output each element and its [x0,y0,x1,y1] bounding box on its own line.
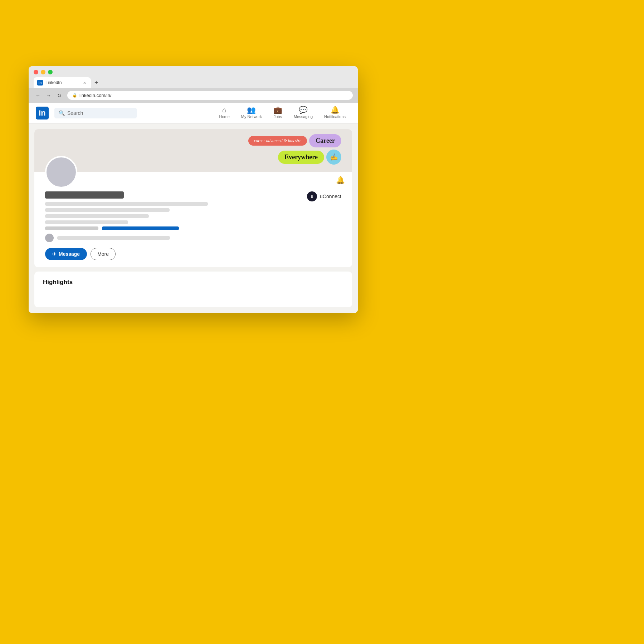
badge-row-bottom: Everywhere ✍ [278,150,341,165]
traffic-lights [34,70,353,74]
profile-bell-icon[interactable]: 🔔 [336,176,345,184]
traffic-light-yellow[interactable] [41,70,45,74]
skeleton-line-2 [45,208,170,212]
profile-meta-row [45,226,341,230]
profile-cover: career advanced & has stre Career Everyw… [34,129,352,172]
nav-item-home[interactable]: ⌂ Home [214,103,234,122]
skeleton-line-4 [45,220,128,224]
nav-item-notifications[interactable]: 🔔 Notifications [319,103,351,122]
profile-actions: ✈ Message More [45,248,341,260]
tab-favicon: in [37,80,43,86]
nav-item-messaging[interactable]: 💬 Messaging [289,103,318,122]
tab-close-button[interactable]: × [83,80,86,86]
browser-chrome: in LinkedIn × + [29,66,358,88]
message-button[interactable]: ✈ Message [45,248,87,260]
my-network-icon: 👥 [247,106,256,113]
purple-badge: Career [309,134,341,147]
search-placeholder-text: Search [67,110,83,116]
mini-avatar [45,234,54,242]
tab-label: LinkedIn [45,80,62,85]
skeleton-line-3 [45,214,149,218]
browser-window: in LinkedIn × + ← → ↻ 🔒 linkedin.com/in/… [29,66,358,313]
profile-card: career advanced & has stre Career Everyw… [34,129,352,267]
traffic-light-red[interactable] [34,70,38,74]
profile-body: 🔔 u uConnect [34,172,352,267]
search-bar[interactable]: 🔍 Search [54,108,137,118]
home-icon: ⌂ [222,106,226,113]
skeleton-name-bar [45,191,124,199]
browser-tabs: in LinkedIn × + [34,77,353,88]
linkedin-navbar: in 🔍 Search ⌂ Home 👥 My Network 💼 Jobs 💬… [29,103,358,123]
career-badges: career advanced & has stre Career Everyw… [248,134,341,165]
address-bar: ← → ↻ 🔒 linkedin.com/in/ [29,88,358,103]
search-icon: 🔍 [59,110,65,116]
nav-item-messaging-label: Messaging [294,114,313,119]
nav-item-jobs-label: Jobs [274,114,282,119]
jobs-icon: 💼 [273,106,282,113]
uconnect-badge: u uConnect [307,191,341,201]
squiggle-badge: ✍ [325,148,343,166]
lock-icon: 🔒 [72,93,77,98]
nav-buttons: ← → ↻ [34,91,64,100]
url-text: linkedin.com/in/ [79,93,112,98]
address-input[interactable]: 🔒 linkedin.com/in/ [67,91,353,100]
uconnect-label: uConnect [320,194,341,199]
back-button[interactable]: ← [34,91,42,100]
more-button[interactable]: More [91,248,116,260]
highlights-card: Highlights [34,272,352,307]
nav-item-notifications-label: Notifications [324,114,346,119]
page-content: career advanced & has stre Career Everyw… [29,123,358,313]
skeleton-line-gray [45,226,98,230]
nav-items: ⌂ Home 👥 My Network 💼 Jobs 💬 Messaging 🔔… [214,103,351,122]
uconnect-logo: u [307,191,317,201]
nav-item-my-network-label: My Network [241,114,262,119]
notifications-icon: 🔔 [331,106,340,113]
pink-badge: career advanced & has stre [248,136,307,146]
forward-button[interactable]: → [44,91,53,100]
badge-row-top: career advanced & has stre Career [248,134,341,147]
green-badge: Everywhere [278,151,324,164]
messaging-icon: 💬 [299,106,308,113]
active-tab[interactable]: in LinkedIn × [34,77,91,88]
linkedin-logo[interactable]: in [36,107,49,119]
nav-item-my-network[interactable]: 👥 My Network [236,103,267,122]
nav-item-home-label: Home [219,114,229,119]
refresh-button[interactable]: ↻ [55,91,64,100]
skeleton-line-1 [45,202,208,206]
highlights-title: Highlights [43,279,343,286]
skeleton-line-blue [102,226,179,230]
nav-item-jobs[interactable]: 💼 Jobs [268,103,287,122]
traffic-light-green[interactable] [48,70,53,74]
message-icon: ✈ [52,251,57,257]
skeleton-line-meta [57,236,170,240]
new-tab-button[interactable]: + [91,78,102,88]
connection-meta-row [45,234,341,242]
